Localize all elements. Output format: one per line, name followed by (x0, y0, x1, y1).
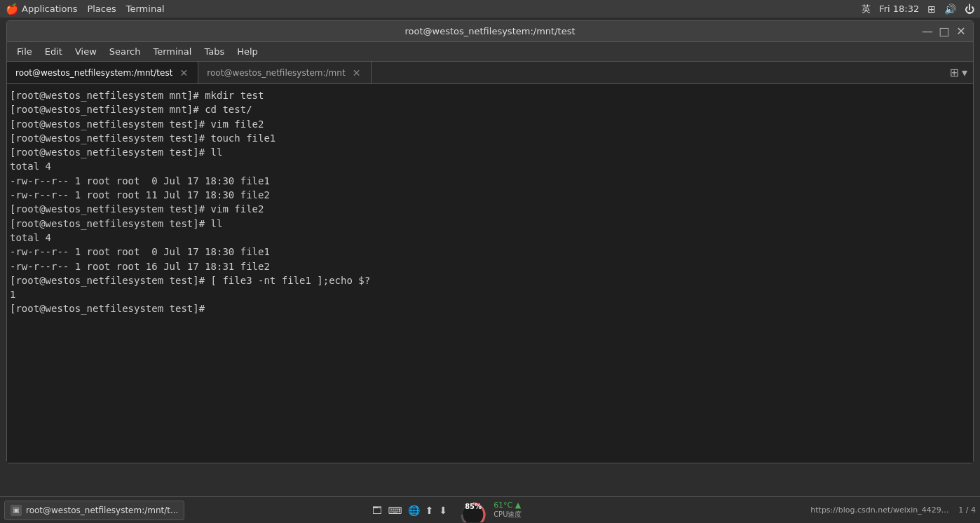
restore-button[interactable]: □ (938, 26, 951, 37)
taskbar-icons: 🗔 ⌨ 🌐 ⬆ ⬇ (367, 505, 453, 516)
cpu-percent: 85% (465, 503, 482, 510)
cpu-gauge: 85% (457, 498, 489, 522)
close-button[interactable]: ✕ (955, 26, 967, 37)
minimize-button[interactable]: — (921, 26, 934, 37)
tabs-bar: root@westos_netfilesystem:/mnt/test ✕ ro… (7, 62, 973, 84)
tab-active-close[interactable]: ✕ (178, 67, 189, 79)
terminal-title: root@westos_netfilesystem:/mnt/test (404, 26, 575, 36)
tab-screenshot-btn[interactable]: ⊞ (950, 66, 959, 79)
datetime-display: Fri 18:32 (879, 4, 919, 14)
power-icon[interactable]: ⏻ (965, 4, 974, 15)
menu-view[interactable]: View (69, 44, 102, 59)
tab-inactive[interactable]: root@westos_netfilesystem:/mnt ✕ (198, 62, 371, 83)
taskbar-window-icon: ▣ (11, 505, 22, 516)
menu-search[interactable]: Search (104, 44, 147, 59)
taskbar-window-label: root@westos_netfilesystem:/mnt/t... (26, 505, 178, 515)
apple-icon: 🍎 (6, 3, 19, 15)
network-icon[interactable]: ⊞ (927, 4, 936, 15)
menu-help[interactable]: Help (231, 44, 264, 59)
tab-dropdown-btn[interactable]: ▾ (962, 66, 967, 79)
system-bar-right: 英 Fri 18:32 ⊞ 🔊 ⏻ (862, 3, 974, 15)
taskbar-window-button[interactable]: ▣ root@westos_netfilesystem:/mnt/t... (4, 501, 184, 520)
places-menu[interactable]: Places (87, 4, 116, 14)
tray-icon-2[interactable]: ⌨ (388, 505, 402, 516)
tab-inactive-close[interactable]: ✕ (351, 67, 362, 79)
menu-file[interactable]: File (11, 44, 38, 59)
url-bar-display: https://blog.csdn.net/weixin_4429... (810, 505, 948, 515)
taskbar-right: https://blog.csdn.net/weixin_4429... 1 /… (810, 505, 976, 515)
tab-active-label: root@westos_netfilesystem:/mnt/test (15, 68, 172, 78)
menu-bar: File Edit View Search Terminal Tabs Help (7, 42, 973, 62)
page-info-display: 1 / 4 (958, 505, 976, 515)
applications-menu[interactable]: 🍎 Applications (6, 3, 77, 15)
terminal-menu-top[interactable]: Terminal (126, 4, 165, 14)
tray-icon-3[interactable]: 🌐 (408, 505, 420, 516)
cpu-info: 61°C ▲ CPU速度 (494, 501, 522, 519)
tab-inactive-label: root@westos_netfilesystem:/mnt (207, 68, 345, 78)
terminal-content[interactable]: [root@westos_netfilesystem mnt]# mkdir t… (7, 84, 973, 463)
taskbar-center: 🗔 ⌨ 🌐 ⬆ ⬇ 85% 61°C ▲ CPU速度 (367, 498, 522, 522)
system-bar: 🍎 Applications Places Terminal 英 Fri 18:… (0, 0, 980, 18)
tab-active[interactable]: root@westos_netfilesystem:/mnt/test ✕ (7, 62, 198, 83)
menu-terminal[interactable]: Terminal (147, 44, 197, 59)
cpu-label-small: CPU速度 (494, 510, 522, 519)
terminal-window: root@westos_netfilesystem:/mnt/test — □ … (6, 20, 974, 463)
menu-edit[interactable]: Edit (39, 44, 68, 59)
cpu-temp: 61°C ▲ (494, 501, 522, 510)
system-bar-left: 🍎 Applications Places Terminal (6, 3, 165, 15)
terminal-title-bar: root@westos_netfilesystem:/mnt/test — □ … (7, 21, 973, 42)
menu-tabs[interactable]: Tabs (198, 44, 230, 59)
volume-icon[interactable]: 🔊 (944, 4, 956, 15)
taskbar: ▣ root@westos_netfilesystem:/mnt/t... 🗔 … (0, 496, 980, 523)
title-bar-controls: — □ ✕ (921, 26, 967, 37)
tabs-right-controls: ⊞ ▾ (944, 62, 973, 83)
tray-icon-1[interactable]: 🗔 (372, 505, 382, 516)
tray-icon-5[interactable]: ⬇ (439, 505, 447, 516)
language-indicator: 英 (862, 3, 871, 15)
tray-icon-4[interactable]: ⬆ (426, 505, 434, 516)
applications-label: Applications (22, 4, 77, 14)
